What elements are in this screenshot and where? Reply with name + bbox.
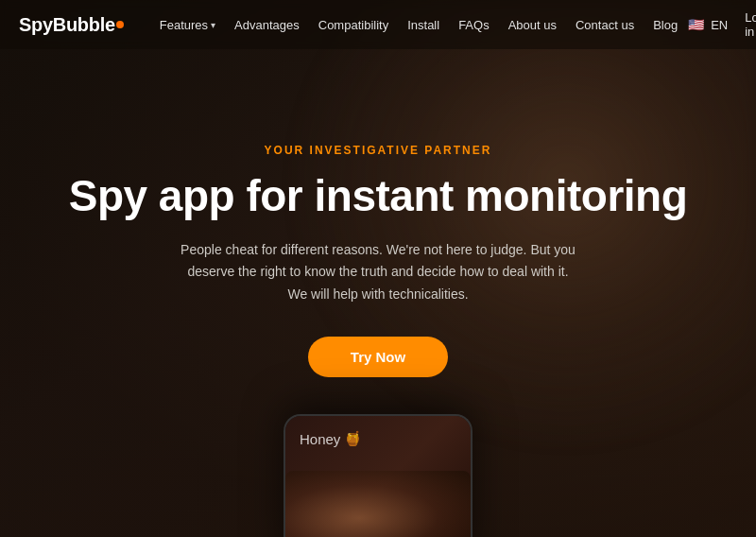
hero-description: People cheat for different reasons. We'r… [180,239,576,306]
nav-right: 🇺🇸 EN Log in Try Now [685,3,756,46]
nav-item-contact-us[interactable]: Contact us [568,12,642,38]
hero-tagline: YOUR INVESTIGATIVE PARTNER [265,144,492,157]
nav-links: Features ▾ Advantages Compatibility Inst… [152,12,685,38]
login-button[interactable]: Log in [737,5,756,44]
hero-title: Spy app for instant monitoring [69,172,688,220]
flag-icon: 🇺🇸 [685,14,706,35]
phone-contact-name: Honey🍯 [300,430,362,447]
nav-item-compatibility[interactable]: Compatibility [311,12,396,38]
nav-item-about-us[interactable]: About us [501,12,564,38]
phone-frame: Honey🍯 [284,414,472,537]
nav-item-blog[interactable]: Blog [645,12,685,38]
phone-image [285,471,471,537]
nav-item-faqs[interactable]: FAQs [451,12,497,38]
language-selector[interactable]: 🇺🇸 EN [685,14,728,35]
logo-text: SpyBubble [19,14,115,36]
phone-mockup: Honey🍯 [284,414,472,537]
nav-item-install[interactable]: Install [400,12,447,38]
nav-item-features[interactable]: Features ▾ [152,12,223,38]
language-code: EN [711,18,728,32]
logo[interactable]: SpyBubble [19,14,124,36]
hero-section: YOUR INVESTIGATIVE PARTNER Spy app for i… [0,49,756,377]
nav-item-advantages[interactable]: Advantages [227,12,307,38]
chevron-down-icon: ▾ [211,20,215,30]
try-now-hero-button[interactable]: Try Now [308,337,448,377]
phone-screen: Honey🍯 [285,416,471,537]
navbar: SpyBubble Features ▾ Advantages Compatib… [0,0,756,49]
logo-dot [116,21,124,28]
